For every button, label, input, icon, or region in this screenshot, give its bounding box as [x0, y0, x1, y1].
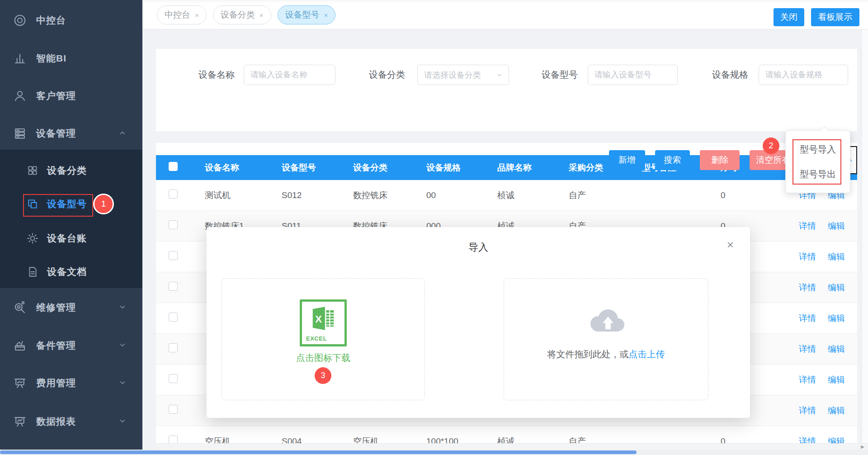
edit-link[interactable]: 编辑 [828, 220, 845, 232]
tab-label: 中控台 [165, 9, 190, 21]
tab-device-category[interactable]: 设备分类 × [213, 5, 271, 24]
chevron-down-icon [118, 417, 127, 426]
table-horizontal-scrollbar[interactable]: ▶ [156, 443, 868, 450]
chevron-down-icon [118, 379, 127, 388]
tab-console[interactable]: 中控台 × [157, 5, 207, 24]
detail-link[interactable]: 详情 [799, 343, 816, 355]
row-checkbox[interactable] [169, 405, 178, 414]
copy-icon [26, 198, 39, 210]
excel-icon[interactable]: X EXCEL [300, 299, 347, 346]
window-horizontal-scrollbar[interactable] [0, 450, 868, 455]
row-checkbox[interactable] [169, 251, 178, 260]
toolbox-icon [13, 338, 27, 353]
console-icon [13, 13, 27, 28]
device-spec-input[interactable] [759, 65, 848, 85]
chevron-down-icon [118, 303, 127, 312]
vertical-scrollbar-track[interactable] [862, 29, 868, 450]
sidebar-item-bi[interactable]: 智能BI [0, 48, 142, 68]
sidebar-item-spareparts-mgmt[interactable]: 备件管理 [0, 336, 142, 355]
sidebar-item-label: 维修管理 [36, 301, 76, 314]
sidebar-item-console[interactable]: 中控台 [0, 10, 142, 30]
scrollbar-thumb[interactable] [0, 450, 637, 454]
chevron-up-icon [118, 129, 127, 138]
upload-hint: 将文件拖到此处，或 [547, 349, 629, 359]
close-icon[interactable]: × [324, 11, 328, 19]
sidebar-item-customer[interactable]: 客户管理 [0, 86, 142, 106]
detail-link[interactable]: 详情 [799, 374, 816, 386]
sidebar-item-repair-mgmt[interactable]: 维修管理 [0, 298, 142, 318]
download-hint[interactable]: 点击图标下载 [296, 352, 350, 364]
sidebar-item-data-report[interactable]: 数据报表 [0, 412, 142, 431]
row-checkbox[interactable] [169, 282, 178, 291]
sidebar-item-device-docs[interactable]: 设备文档 [0, 262, 142, 282]
edit-link[interactable]: 编辑 [828, 374, 845, 386]
edit-link[interactable]: 编辑 [828, 313, 845, 324]
import-dialog: 导入 × X EXCEL 点击图标下载 [207, 227, 750, 418]
cell-seq: 0 [712, 190, 784, 200]
delete-button[interactable]: 删除 [700, 150, 740, 170]
board-display-button[interactable]: 看板展示 [811, 8, 859, 26]
close-icon[interactable]: × [259, 11, 264, 19]
row-checkbox[interactable] [169, 190, 178, 199]
close-icon[interactable]: × [195, 11, 199, 19]
sidebar-item-label: 设备文档 [47, 265, 87, 278]
edit-link[interactable]: 编辑 [828, 282, 845, 294]
chevron-down-icon [118, 341, 127, 350]
col-header: 设备分类 [344, 162, 417, 174]
customer-icon [13, 89, 27, 103]
scroll-right-arrow-icon[interactable]: ▶ [861, 444, 864, 449]
edit-link[interactable]: 编辑 [828, 343, 845, 355]
report-icon [13, 414, 27, 429]
chart-bars-icon [13, 51, 27, 66]
row-checkbox[interactable] [169, 313, 178, 322]
tab-label: 设备分类 [221, 9, 255, 21]
filter-label-spec: 设备规格 [712, 69, 748, 81]
detail-link[interactable]: 详情 [799, 282, 816, 294]
device-category-select[interactable]: 请选择设备分类 [417, 65, 509, 85]
close-page-button[interactable]: 关闭 [774, 8, 804, 26]
template-download-area[interactable]: X EXCEL 点击图标下载 [222, 278, 425, 400]
cell-name: 测试机 [196, 190, 273, 201]
sidebar-item-device-model[interactable]: 设备型号 [0, 194, 142, 214]
sidebar-item-device-ledger[interactable]: 设备台账 [0, 228, 142, 248]
sidebar-item-device-category[interactable]: 设备分类 [0, 161, 142, 180]
tab-bar: 中控台 × 设备分类 × 设备型号 × 关闭 看板展示 [142, 0, 868, 29]
row-checkbox[interactable] [169, 343, 178, 352]
sidebar-item-label: 数据报表 [36, 415, 76, 428]
detail-link[interactable]: 详情 [799, 251, 816, 263]
tab-device-model[interactable]: 设备型号 × [278, 5, 336, 24]
search-button[interactable]: 搜索 [655, 150, 690, 170]
device-name-input[interactable] [244, 65, 335, 85]
chevron-down-icon [496, 71, 503, 79]
sidebar-item-label: 中控台 [36, 14, 66, 27]
tab-label: 设备型号 [285, 9, 320, 21]
close-icon[interactable]: × [727, 239, 734, 251]
detail-link[interactable]: 详情 [799, 313, 816, 324]
menu-item-model-import[interactable]: 型号导入 [786, 137, 850, 162]
view-more-dropdown: 型号导入 型号导出 [785, 130, 850, 193]
device-model-input[interactable] [588, 65, 678, 85]
sidebar-item-cost-mgmt[interactable]: 费用管理 [0, 373, 142, 393]
add-button[interactable]: 新增 [609, 150, 645, 170]
app-window: 中控台 智能BI 客户管理 设备管理 设备分类 [0, 0, 868, 455]
document-icon [26, 265, 39, 278]
filter-panel: 设备名称 设备分类 请选择设备分类 设备型号 设备规格 新增 搜索 删除 清空所… [156, 49, 857, 131]
edit-link[interactable]: 编辑 [828, 251, 845, 263]
row-checkbox[interactable] [169, 374, 178, 383]
dialog-title: 导入 [207, 241, 750, 254]
sidebar-item-label: 备件管理 [36, 339, 76, 352]
col-header: 设备名称 [196, 162, 273, 174]
col-header: 设备规格 [417, 162, 488, 174]
select-all-checkbox[interactable] [169, 162, 178, 171]
detail-link[interactable]: 详情 [799, 405, 816, 417]
click-upload-link[interactable]: 点击上传 [629, 349, 665, 359]
cell-brand: 桢诚 [488, 190, 560, 201]
col-header: 品牌名称 [488, 162, 560, 174]
row-checkbox[interactable] [169, 220, 178, 229]
upload-drop-area[interactable]: 将文件拖到此处，或点击上传 [504, 278, 708, 400]
menu-item-model-export[interactable]: 型号导出 [786, 162, 850, 187]
edit-link[interactable]: 编辑 [828, 405, 845, 417]
detail-link[interactable]: 详情 [799, 220, 816, 232]
sidebar-item-label: 费用管理 [36, 377, 76, 389]
sidebar-item-device-mgmt[interactable]: 设备管理 [0, 123, 142, 143]
